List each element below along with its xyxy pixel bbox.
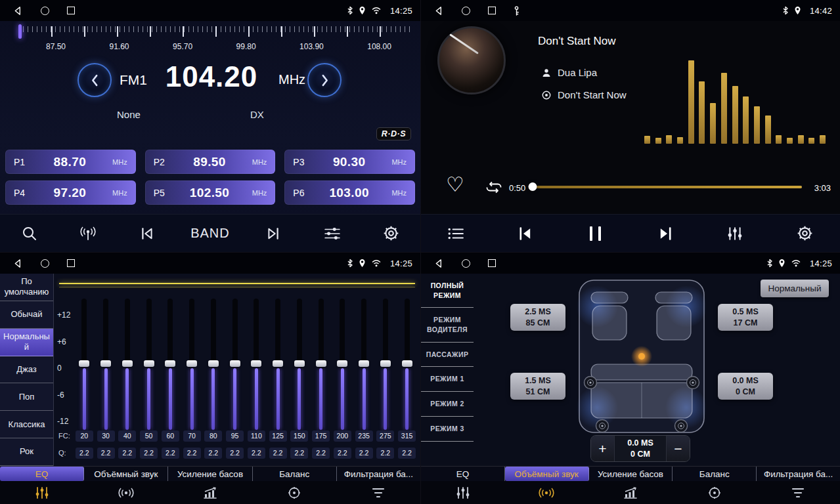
eq-band-slider[interactable] [100,299,112,432]
slider-thumb[interactable] [402,360,412,367]
rear-right-delay-button[interactable]: 0.0 MS 0 CM [718,373,773,400]
home-icon[interactable] [462,7,470,15]
broadcast-icon[interactable] [73,219,103,249]
band-button[interactable]: BAND [190,219,230,249]
home-icon[interactable] [41,7,49,15]
slider-thumb[interactable] [230,360,240,367]
settings-gear-icon[interactable] [376,219,406,249]
tuning-scale[interactable] [18,26,412,37]
previous-icon[interactable] [132,219,162,249]
listening-mode-item[interactable]: РЕЖИМ ВОДИТЕЛЯ [421,308,474,342]
recents-icon[interactable] [488,259,496,267]
slider-thumb[interactable] [187,360,197,367]
preset-button[interactable]: P2 89.50 MHz [145,150,276,174]
slider-thumb[interactable] [337,360,347,367]
slider-thumb[interactable] [79,360,89,367]
tab-bass-boost[interactable]: Усиление басов [168,467,252,481]
eq-band-slider[interactable] [315,299,327,432]
favorite-heart-icon[interactable]: ♡ [446,175,464,195]
back-icon[interactable] [13,6,23,16]
eq-preset-item[interactable]: Обычай [0,301,53,329]
listener-position-marker[interactable] [631,346,652,367]
recents-icon[interactable] [67,7,75,14]
preset-button[interactable]: P4 97.20 MHz [5,180,136,205]
slider-thumb[interactable] [122,360,133,367]
eq-preset-item[interactable]: Поп [0,383,53,411]
eq-band-slider[interactable] [380,299,391,432]
back-icon[interactable] [434,6,444,16]
preset-button[interactable]: P3 90.30 MHz [284,150,415,174]
eq-band-slider[interactable] [401,299,413,432]
surround-tab-icon[interactable] [84,481,168,504]
settings-gear-icon[interactable] [790,219,820,249]
slider-thumb[interactable] [251,360,261,367]
tuning-indicator[interactable] [18,24,22,39]
eq-band-slider[interactable] [208,299,219,432]
eq-preset-item[interactable]: Классика [0,411,53,438]
tab-filter[interactable]: Фильтрация ба... [757,467,840,481]
tab-filter[interactable]: Фильтрация ба... [337,467,420,481]
preset-button[interactable]: P6 103.00 MHz [284,180,415,205]
balance-tab-icon[interactable] [673,481,757,504]
front-right-delay-button[interactable]: 0.5 MS 17 CM [718,304,773,331]
back-icon[interactable] [13,259,23,268]
listening-mode-item[interactable]: ПАССАЖИР [421,343,474,368]
eq-band-slider[interactable] [294,299,305,432]
listening-mode-item[interactable]: РЕЖИМ 3 [421,417,474,442]
rear-left-delay-button[interactable]: 1.5 MS 51 CM [510,373,565,400]
listening-mode-item[interactable]: РЕЖИМ 1 [421,367,474,392]
tab-surround[interactable]: Объёмный звук [505,467,589,481]
recents-icon[interactable] [488,7,496,14]
eq-preset-item[interactable]: Джаз [0,356,53,384]
front-left-delay-button[interactable]: 2.5 MS 85 CM [510,304,565,331]
listening-mode-item[interactable]: РЕЖИМ 2 [421,392,474,417]
eq-band-slider[interactable] [272,299,284,432]
tab-eq[interactable]: EQ [0,467,84,481]
recents-icon[interactable] [67,259,75,267]
eq-band-slider[interactable] [143,299,155,432]
progress-thumb[interactable] [529,182,537,191]
playlist-icon[interactable] [441,219,471,249]
tab-bass-boost[interactable]: Усиление басов [589,467,673,481]
eq-band-slider[interactable] [186,299,198,432]
eq-band-slider[interactable] [164,299,176,432]
slider-thumb[interactable] [380,360,391,367]
increase-delay-button[interactable]: + [591,436,615,461]
eq-preset-item[interactable]: Нормальный [0,329,53,356]
back-icon[interactable] [434,259,444,268]
slider-thumb[interactable] [144,360,154,367]
bass-boost-tab-icon[interactable] [168,481,252,504]
tab-balance[interactable]: Баланс [253,467,337,481]
seek-up-button[interactable] [307,63,342,97]
sound-preset-button[interactable]: Нормальный [761,280,829,297]
progress-bar[interactable] [533,186,802,188]
slider-thumb[interactable] [100,360,111,367]
next-track-icon[interactable] [650,219,680,249]
next-icon[interactable] [258,219,288,249]
eq-tab-icon[interactable] [421,481,505,504]
decrease-delay-button[interactable]: − [666,436,690,461]
eq-band-slider[interactable] [336,299,348,432]
pause-icon[interactable] [581,219,611,249]
filter-tab-icon[interactable] [756,481,840,504]
eq-band-slider[interactable] [358,299,370,432]
filter-tab-icon[interactable] [336,481,420,504]
eq-tab-icon[interactable] [0,481,84,504]
tab-surround[interactable]: Объёмный звук [84,467,168,481]
preset-button[interactable]: P5 102.50 MHz [145,180,276,205]
slider-thumb[interactable] [273,360,283,367]
previous-track-icon[interactable] [510,219,541,249]
eq-preset-item[interactable]: Рок [0,438,53,466]
slider-thumb[interactable] [359,360,369,367]
search-icon[interactable] [14,219,45,249]
balance-tab-icon[interactable] [252,481,336,504]
surround-tab-icon[interactable] [505,481,589,504]
eq-band-slider[interactable] [78,299,90,432]
slider-thumb[interactable] [208,360,219,367]
slider-thumb[interactable] [165,360,175,367]
tab-eq[interactable]: EQ [421,467,505,481]
eq-band-slider[interactable] [122,299,133,432]
eq-sliders-icon[interactable] [317,219,347,249]
home-icon[interactable] [41,259,49,268]
eq-band-slider[interactable] [250,299,262,432]
